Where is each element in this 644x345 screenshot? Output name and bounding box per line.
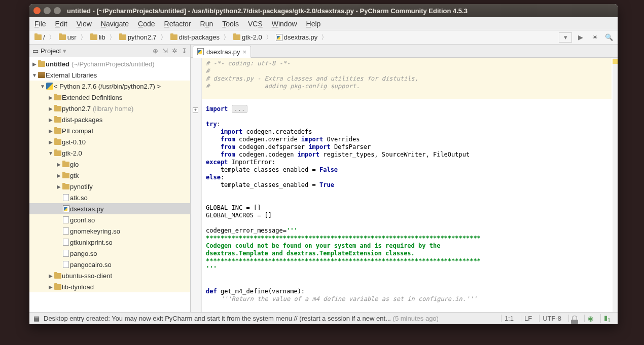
menu-tools[interactable]: Tools — [222, 20, 239, 28]
run-button[interactable]: ▶ — [575, 32, 586, 43]
folder-icon — [59, 34, 66, 40]
bc-gtk[interactable]: gtk-2.0 — [231, 32, 264, 42]
app-window: untitled - [~/PycharmProjects/untitled] … — [29, 4, 618, 324]
readonly-icon[interactable] — [568, 315, 580, 322]
bc-root[interactable]: / — [32, 32, 47, 42]
tree-file[interactable]: gnomekeyring.so — [29, 225, 190, 237]
bc-file[interactable]: dsextras.py — [274, 32, 319, 42]
status-message: Desktop entry created: You may now exit … — [44, 315, 497, 322]
tree-file[interactable]: atk.so — [29, 192, 190, 203]
gutter[interactable]: + — [191, 58, 202, 312]
tree-folder[interactable]: gio — [29, 159, 190, 170]
folder-icon — [90, 34, 97, 40]
tree-folder[interactable]: dist-packages — [29, 114, 190, 125]
tab-close-icon[interactable]: × — [242, 48, 246, 56]
code-area[interactable]: # -*- coding: utf-8 -*- # # dsextras.py … — [202, 58, 618, 305]
encoding[interactable]: UTF-8 — [539, 315, 564, 322]
statusbar: ▤ Desktop entry created: You may now exi… — [29, 312, 618, 324]
tree-folder[interactable]: PILcompat — [29, 125, 190, 136]
titlebar[interactable]: untitled - [~/PycharmProjects/untitled] … — [29, 4, 618, 17]
scroll-icon[interactable]: ⇲ — [162, 47, 168, 55]
tree-folder[interactable]: Extended Definitions — [29, 92, 190, 103]
scroll-marker[interactable] — [613, 58, 618, 312]
tree-root[interactable]: untitled(~/PycharmProjects/untitled) — [29, 58, 190, 69]
tree-folder[interactable]: python2.7(library home) — [29, 103, 190, 114]
menu-vcs[interactable]: VCS — [248, 20, 263, 28]
folder-icon — [34, 34, 42, 40]
debug-button[interactable]: ✷ — [589, 32, 600, 43]
menu-view[interactable]: View — [77, 20, 92, 28]
search-button[interactable]: 🔍 — [603, 32, 615, 43]
project-panel-header[interactable]: ▭ Project ▾ ⊕ ⇲ ✲ ↧ — [29, 45, 190, 57]
inspector-icon[interactable]: ◉ — [584, 315, 596, 322]
toolbar-right: ▾ ▶ ✷ 🔍 — [559, 32, 615, 43]
python-file-icon — [197, 48, 204, 55]
bc-usr[interactable]: usr — [57, 32, 79, 42]
folder-icon — [119, 34, 126, 40]
tree-folder[interactable]: lib-dynload — [29, 281, 190, 292]
folder-icon — [233, 34, 240, 40]
line-ending[interactable]: LF — [521, 315, 535, 322]
collapse-icon[interactable]: ⊕ — [153, 47, 158, 55]
menu-code[interactable]: Code — [138, 20, 155, 28]
tree-folder-gtk[interactable]: gtk-2.0 — [29, 147, 190, 159]
editor-tab[interactable]: dsextras.py × — [193, 46, 251, 58]
project-icon: ▭ — [32, 47, 39, 55]
menu-file[interactable]: File — [34, 20, 46, 28]
tree-ext-libs[interactable]: External Libraries — [29, 69, 190, 81]
project-panel-title: Project — [41, 47, 61, 55]
tree-file[interactable]: pango.so — [29, 248, 190, 259]
processes-icon[interactable]: ▮1 — [600, 314, 614, 323]
menu-navigate[interactable]: Navigate — [101, 20, 129, 28]
editor-pane: dsextras.py × + # -*- coding: utf-8 -*- … — [191, 45, 618, 312]
hide-icon[interactable]: ↧ — [182, 47, 187, 55]
python-file-icon — [276, 34, 282, 41]
tab-label: dsextras.py — [206, 48, 240, 56]
menubar: File Edit View Navigate Code Refactor Ru… — [29, 17, 618, 30]
run-config-dropdown[interactable]: ▾ — [559, 32, 572, 43]
project-tree[interactable]: untitled(~/PycharmProjects/untitled) Ext… — [29, 57, 190, 312]
editor-tabs: dsextras.py × — [191, 45, 618, 58]
folder-icon — [170, 34, 177, 40]
menu-refactor[interactable]: Refactor — [164, 20, 191, 28]
menu-run[interactable]: Run — [200, 20, 213, 28]
settings-icon[interactable]: ✲ — [172, 47, 177, 55]
caret-position[interactable]: 1:1 — [501, 315, 517, 322]
window-title: untitled - [~/PycharmProjects/untitled] … — [67, 7, 468, 15]
tree-folder[interactable]: gst-0.10 — [29, 136, 190, 147]
window-close-button[interactable] — [33, 7, 41, 14]
tree-file[interactable]: pangocairo.so — [29, 259, 190, 270]
tree-file-selected[interactable]: dsextras.py — [29, 203, 190, 214]
tree-file[interactable]: gtkunixprint.so — [29, 237, 190, 248]
menu-window[interactable]: Window — [272, 20, 297, 28]
tree-folder[interactable]: pynotify — [29, 181, 190, 192]
tree-python[interactable]: < Python 2.7.6 (/usr/bin/python2.7) > — [29, 81, 190, 92]
tree-folder[interactable]: gtk — [29, 170, 190, 181]
bc-dist-packages[interactable]: dist-packages — [168, 32, 222, 42]
editor[interactable]: + # -*- coding: utf-8 -*- # # dsextras.p… — [191, 58, 618, 312]
window-maximize-button[interactable] — [54, 7, 61, 14]
breadcrumb: /〉 usr〉 lib〉 python2.7〉 dist-packages〉 g… — [32, 32, 559, 42]
fold-toggle[interactable]: + — [193, 107, 198, 113]
bc-python27[interactable]: python2.7 — [117, 32, 159, 42]
bc-lib[interactable]: lib — [88, 32, 108, 42]
status-icon[interactable]: ▤ — [33, 315, 40, 322]
tree-folder[interactable]: ubuntu-sso-client — [29, 270, 190, 281]
tree-file[interactable]: gconf.so — [29, 214, 190, 225]
menu-edit[interactable]: Edit — [55, 20, 67, 28]
project-sidebar: ▭ Project ▾ ⊕ ⇲ ✲ ↧ untitled(~/PycharmPr… — [29, 45, 191, 312]
menu-help[interactable]: Help — [306, 20, 321, 28]
window-minimize-button[interactable] — [44, 7, 51, 14]
breadcrumb-bar: /〉 usr〉 lib〉 python2.7〉 dist-packages〉 g… — [29, 30, 618, 45]
warning-marker[interactable] — [613, 59, 618, 64]
